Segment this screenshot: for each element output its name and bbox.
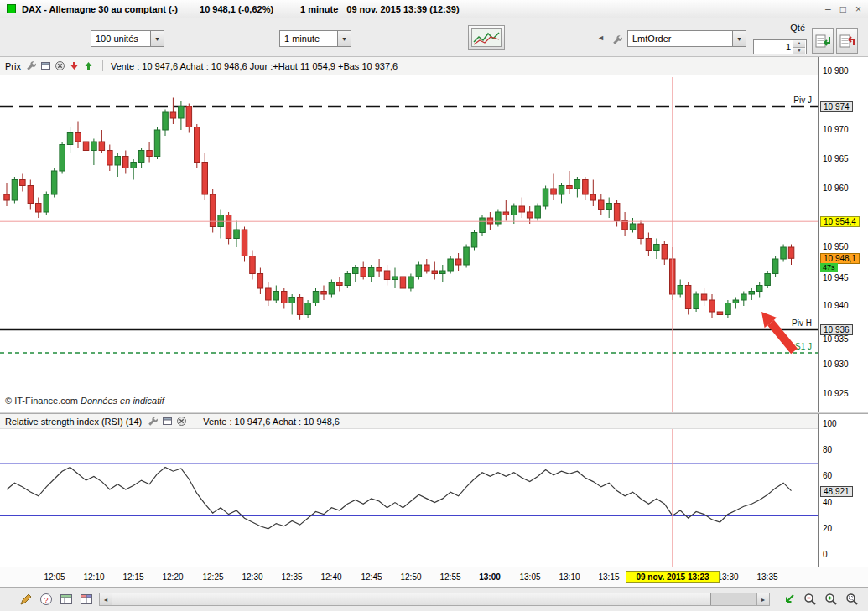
qty-spinner[interactable]: ▲ ▼ <box>753 39 807 54</box>
auto-scroll-icon[interactable] <box>782 592 797 607</box>
help-icon[interactable]: ? <box>39 592 54 607</box>
close-pane-icon[interactable] <box>55 60 66 72</box>
qty-increase-button[interactable]: ▲ <box>793 40 805 48</box>
zoom-selection-icon[interactable] <box>845 592 860 607</box>
datetime-label: 09 nov. 2015 13:39 (12:39) <box>346 4 459 14</box>
collapse-trading-panel-icon[interactable]: ◄ <box>597 34 605 42</box>
time-label: 12:05 <box>40 572 69 582</box>
axis-label: 10 965 <box>823 154 849 164</box>
qty-decrease-button[interactable]: ▼ <box>793 48 805 54</box>
chart-style-button[interactable] <box>468 25 505 50</box>
rsi-quote-line: Vente : 10 947,6 Achat : 10 948,6 <box>203 417 340 427</box>
axis-label: 47s <box>820 263 838 272</box>
maximize-button[interactable]: □ <box>840 4 846 14</box>
time-label: 12:10 <box>80 572 108 582</box>
sell-order-button[interactable] <box>836 28 858 54</box>
axis-label: 48,921 <box>820 486 853 497</box>
drawing-tool-icon[interactable] <box>18 592 34 607</box>
minimize-button[interactable]: – <box>825 4 831 14</box>
time-label: 13:35 <box>753 572 782 582</box>
price-pane-title: Prix <box>5 61 21 71</box>
detach-window-icon[interactable] <box>161 416 173 427</box>
time-label: 12:25 <box>199 572 227 582</box>
time-label: 13:00 <box>476 572 504 582</box>
price-levels: Piv JPiv HmS1 J <box>0 96 818 353</box>
instrument-status-icon <box>7 4 16 13</box>
time-label: 12:45 <box>357 572 386 582</box>
axis-label: 10 970 <box>823 125 849 135</box>
wrench-icon <box>612 34 623 45</box>
price-chart[interactable]: Piv JPiv HmS1 J <box>0 57 818 414</box>
crosshair <box>0 77 818 414</box>
price-quote-line: Vente : 10 947,6 Achat : 10 948,6 Jour :… <box>111 61 398 71</box>
buy-order-button[interactable] <box>812 28 834 54</box>
qty-input[interactable] <box>754 40 793 54</box>
order-settings-button[interactable] <box>610 31 625 48</box>
chevron-down-icon[interactable]: ▼ <box>337 31 351 46</box>
chevron-down-icon[interactable]: ▼ <box>732 31 746 46</box>
sell-arrow-icon[interactable] <box>69 60 81 72</box>
time-label: 13:15 <box>595 572 623 582</box>
rsi-pane-header: Relative strength index (RSI) (14) Vente… <box>0 414 818 429</box>
axis-label: 10 940 <box>823 301 849 311</box>
close-button[interactable]: × <box>855 4 861 14</box>
timeframe-dropdown[interactable]: 1 minute ▼ <box>279 30 351 47</box>
axis-label: 10 925 <box>823 389 849 399</box>
copyright-text: © IT-Finance.com <box>5 396 78 406</box>
axis-label: 100 <box>823 419 837 429</box>
instrument-name: DAX - Allemagne 30 au comptant (-) <box>22 4 178 14</box>
svg-text:?: ? <box>44 596 48 604</box>
axis-label: 0 <box>823 550 828 560</box>
units-dropdown[interactable]: 100 unités ▼ <box>91 30 164 47</box>
copyright-note: Données en indicatif <box>81 396 164 406</box>
axis-label: 10 945 <box>823 273 849 283</box>
chart-style-icon <box>471 28 502 47</box>
time-label: 12:15 <box>119 572 148 582</box>
scroll-left-button[interactable]: ◄ <box>100 593 112 605</box>
buy-arrow-icon[interactable] <box>83 60 95 72</box>
wrench-icon[interactable] <box>26 60 38 72</box>
scrollbar-track[interactable] <box>112 593 756 605</box>
scrollbar-thumb[interactable] <box>112 593 711 605</box>
time-label: 12:55 <box>436 572 465 582</box>
chart-area: Piv JPiv HmS1 J Prix Vente : 10 947,6 Ac… <box>0 57 868 587</box>
axis-label: 40 <box>823 498 832 508</box>
copyright: © IT-Finance.com Données en indicatif <box>5 396 164 406</box>
time-label: 13:05 <box>516 572 544 582</box>
rsi-axis[interactable]: 100806048,92140200 <box>818 414 868 567</box>
annotation-arrow[interactable] <box>761 312 794 351</box>
rsi-chart[interactable] <box>0 414 818 567</box>
scroll-right-button[interactable]: ► <box>756 593 769 605</box>
zoom-in-icon[interactable] <box>824 592 839 607</box>
chevron-down-icon[interactable]: ▼ <box>150 31 164 46</box>
axis-label: 10 974 <box>820 101 853 112</box>
time-label: 12:35 <box>278 572 306 582</box>
timeframe-value: 1 minute <box>280 34 337 44</box>
crosshair-time-label: 09 nov. 2015 13:23 <box>626 571 720 583</box>
order-type-dropdown[interactable]: LmtOrder ▼ <box>627 30 746 47</box>
buy-order-icon <box>815 34 830 49</box>
price-axis[interactable]: 10 98010 97410 97010 96510 96010 954,410… <box>818 57 868 412</box>
svg-text:Piv H: Piv H <box>792 318 812 328</box>
last-price-change: 10 948,1 (-0,62%) <box>200 4 273 14</box>
axis-label: 10 960 <box>823 184 849 194</box>
sell-order-icon <box>839 34 855 49</box>
detach-window-icon[interactable] <box>40 60 52 72</box>
qty-label: Qté <box>755 23 805 33</box>
time-axis[interactable]: 12:0512:1012:1512:2012:2512:3012:3512:40… <box>0 567 868 587</box>
candles <box>4 98 794 320</box>
rsi-line <box>7 468 792 529</box>
spreadsheet-icon[interactable] <box>59 592 74 607</box>
rsi-pane-title: Relative strength index (RSI) (14) <box>5 417 142 427</box>
axis-label: 10 950 <box>823 242 849 252</box>
main-toolbar: 100 unités ▼ 1 minute ▼ ◄ LmtOrder ▼ Qté… <box>0 18 868 57</box>
units-value: 100 unités <box>91 34 150 44</box>
zoom-out-icon[interactable] <box>803 592 818 607</box>
svg-text:Piv J: Piv J <box>793 96 812 105</box>
close-pane-icon[interactable] <box>175 416 187 427</box>
time-label: 12:30 <box>238 572 267 582</box>
price-pane-header: Prix Vente : 10 947,6 Achat : 10 948,6 J… <box>0 57 818 75</box>
order-book-icon[interactable] <box>79 592 94 607</box>
wrench-icon[interactable] <box>147 416 159 427</box>
chart-scrollbar[interactable]: ◄ ► <box>99 593 770 606</box>
